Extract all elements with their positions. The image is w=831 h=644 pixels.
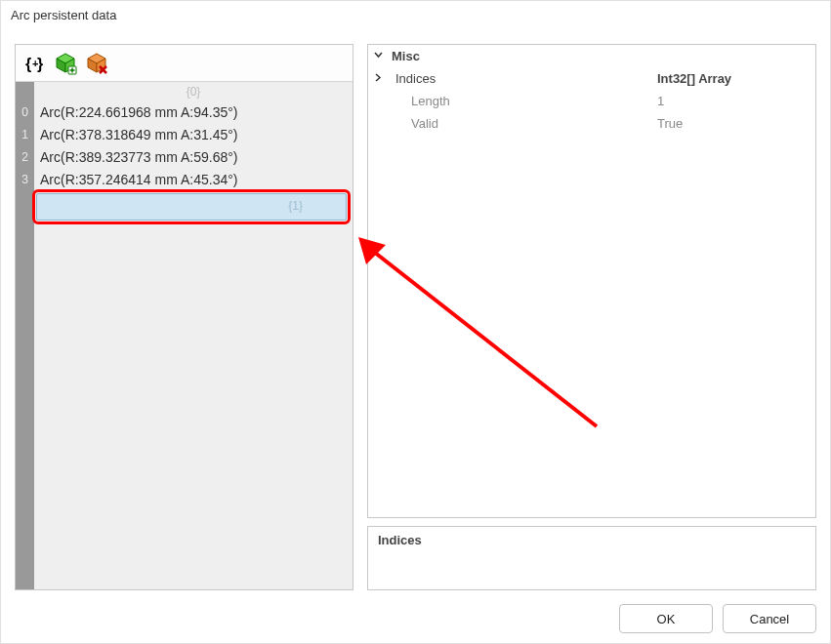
item-text: Arc(R:224.661968 mm A:94.35°) — [40, 101, 347, 124]
data-list-panel: { + } — [15, 44, 353, 590]
properties-panel: Misc Indices Int32[] Array Length 1 Val — [367, 44, 816, 590]
property-description: Indices — [367, 526, 816, 590]
green-cube-add-icon — [54, 52, 77, 75]
prop-category-misc[interactable]: Misc — [368, 45, 815, 67]
chevron-right-icon — [368, 71, 388, 86]
content-area: { + } — [15, 44, 816, 590]
dialog-footer: OK Cancel — [619, 604, 816, 633]
chevron-down-icon — [368, 49, 388, 63]
prop-value: Int32[] Array — [653, 71, 815, 86]
property-grid[interactable]: Misc Indices Int32[] Array Length 1 Val — [367, 44, 816, 518]
dialog-window: Arc persistent data { + } — [0, 0, 831, 644]
orange-cube-delete-icon — [85, 52, 108, 75]
prop-value: 1 — [653, 94, 815, 108]
delete-item-button[interactable] — [84, 51, 109, 76]
prop-value: True — [653, 116, 815, 131]
add-item-button[interactable] — [53, 51, 78, 76]
list-item[interactable]: 3 Arc(R:357.246414 mm A:45.34°) — [16, 169, 353, 191]
curly-brace-plus-icon: { + } — [23, 53, 45, 74]
svg-text:}: } — [37, 56, 43, 72]
item-text: Arc(R:389.323773 mm A:59.68°) — [40, 146, 347, 169]
item-index: 2 — [16, 146, 34, 169]
prop-row-valid[interactable]: Valid True — [368, 112, 815, 135]
item-text: Arc(R:357.246414 mm A:45.34°) — [40, 169, 347, 191]
add-branch-button[interactable]: { + } — [21, 51, 47, 76]
prop-name: Valid — [388, 116, 653, 131]
list-item[interactable]: 2 Arc(R:389.323773 mm A:59.68°) — [16, 146, 353, 169]
item-index: 3 — [16, 169, 34, 191]
prop-name: Length — [388, 94, 653, 108]
list-item[interactable]: 0 Arc(R:224.661968 mm A:94.35°) — [16, 101, 353, 124]
list-area[interactable]: {0} 0 Arc(R:224.661968 mm A:94.35°) 1 Ar… — [16, 82, 353, 589]
prop-row-length[interactable]: Length 1 — [368, 90, 815, 112]
ok-button[interactable]: OK — [619, 604, 713, 633]
group-header-0[interactable]: {0} — [34, 82, 353, 101]
item-index: 1 — [16, 124, 34, 146]
list-item[interactable]: 1 Arc(R:378.318649 mm A:31.45°) — [16, 124, 353, 146]
group-label: {0} — [187, 85, 201, 99]
cancel-button[interactable]: Cancel — [723, 604, 816, 633]
description-title: Indices — [378, 533, 422, 547]
item-index: 0 — [16, 101, 34, 124]
prop-row-indices[interactable]: Indices Int32[] Array — [368, 67, 815, 90]
group-header-1-selected[interactable]: {1} — [36, 193, 347, 221]
window-title: Arc persistent data — [1, 1, 830, 30]
item-text: Arc(R:378.318649 mm A:31.45°) — [40, 124, 347, 146]
group-label: {1} — [288, 199, 303, 213]
toolbar: { + } — [16, 45, 353, 82]
prop-name: Indices — [388, 71, 653, 86]
prop-name: Misc — [388, 49, 653, 63]
svg-text:{: { — [25, 56, 31, 72]
